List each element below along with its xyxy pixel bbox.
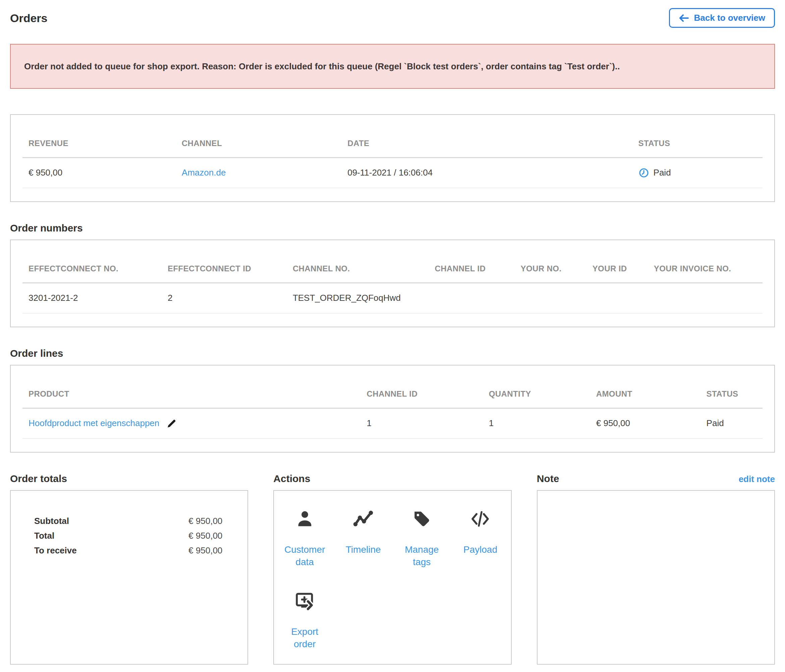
actions-column: Actions Customer data	[273, 473, 511, 665]
export-order-icon	[294, 591, 315, 611]
summary-header-row: REVENUE CHANNEL DATE STATUS	[22, 130, 763, 157]
note-content	[537, 490, 775, 665]
order-numbers-table: EFFECTCONNECT NO. EFFECTCONNECT ID CHANN…	[22, 255, 763, 313]
order-lines-header-row: PRODUCT CHANNEL ID QUANTITY AMOUNT STATU…	[22, 380, 763, 408]
section-title-actions: Actions	[273, 473, 310, 485]
col-header-channel-no: CHANNEL NO.	[287, 255, 429, 283]
your-no-value	[515, 283, 586, 313]
alert-text: Order not added to queue for shop export…	[24, 61, 620, 72]
col-header-line-channel-id: CHANNEL ID	[361, 380, 483, 408]
order-numbers-header-row: EFFECTCONNECT NO. EFFECTCONNECT ID CHANN…	[22, 255, 763, 283]
totals-row-total: Total € 950,00	[34, 528, 222, 543]
col-header-date: DATE	[341, 130, 632, 157]
section-title-note: Note	[537, 473, 559, 485]
edit-note-link[interactable]: edit note	[739, 474, 775, 484]
order-totals-column: Order totals Subtotal € 950,00 Total € 9…	[10, 473, 248, 665]
revenue-value: € 950,00	[22, 157, 176, 188]
action-export-order[interactable]: Export order	[275, 591, 334, 650]
col-header-channel: CHANNEL	[176, 130, 341, 157]
status-badge: Paid	[638, 167, 763, 178]
subtotal-value: € 950,00	[188, 513, 222, 528]
arrow-left-icon	[679, 14, 689, 22]
action-label: Timeline	[346, 543, 381, 556]
status-label: Paid	[654, 167, 671, 178]
back-to-overview-button[interactable]: Back to overview	[669, 8, 775, 28]
product-link[interactable]: Hoofdproduct met eigenschappen	[28, 418, 159, 429]
total-label: Total	[34, 528, 54, 543]
channel-id-value	[429, 283, 515, 313]
section-title-order-numbers: Order numbers	[10, 222, 775, 234]
date-value: 09-11-2021 / 16:06:04	[341, 157, 632, 188]
edit-pencil-icon[interactable]	[167, 418, 177, 429]
your-invoice-no-value	[648, 283, 763, 313]
line-status-value: Paid	[701, 408, 763, 438]
col-header-line-status: STATUS	[701, 380, 763, 408]
totals-row-subtotal: Subtotal € 950,00	[34, 513, 222, 528]
clock-icon	[638, 167, 649, 178]
action-label: Export order	[280, 625, 330, 650]
section-title-order-totals: Order totals	[10, 473, 67, 485]
timeline-icon	[352, 509, 374, 529]
col-header-your-id: YOUR ID	[586, 255, 648, 283]
order-totals-box: Subtotal € 950,00 Total € 950,00 To rece…	[10, 490, 248, 665]
col-header-amount: AMOUNT	[590, 380, 701, 408]
col-header-channel-id: CHANNEL ID	[429, 255, 515, 283]
page-title: Orders	[10, 11, 48, 25]
order-lines-card: PRODUCT CHANNEL ID QUANTITY AMOUNT STATU…	[10, 365, 775, 452]
actions-box: Customer data Timeline	[273, 490, 511, 665]
note-column: Note edit note	[537, 473, 775, 665]
action-manage-tags[interactable]: Manage tags	[392, 509, 451, 568]
col-header-quantity: QUANTITY	[483, 380, 590, 408]
action-label: Customer data	[280, 543, 330, 568]
subtotal-label: Subtotal	[34, 513, 69, 528]
col-header-effectconnect-id: EFFECTCONNECT ID	[162, 255, 287, 283]
to-receive-value: € 950,00	[188, 543, 222, 558]
topbar: Orders Back to overview	[10, 8, 775, 28]
bottom-row: Order totals Subtotal € 950,00 Total € 9…	[10, 473, 775, 665]
tag-icon	[412, 509, 432, 529]
col-header-product: PRODUCT	[22, 380, 361, 408]
to-receive-label: To receive	[34, 543, 77, 558]
code-icon	[470, 509, 490, 529]
action-customer-data[interactable]: Customer data	[275, 509, 334, 568]
order-numbers-card: EFFECTCONNECT NO. EFFECTCONNECT ID CHANN…	[10, 240, 775, 327]
table-row: 3201-2021-2 2 TEST_ORDER_ZQFoqHwd	[22, 283, 763, 313]
back-to-overview-label: Back to overview	[694, 13, 765, 23]
col-header-status: STATUS	[632, 130, 763, 157]
action-payload[interactable]: Payload	[451, 509, 510, 568]
col-header-revenue: REVENUE	[22, 130, 176, 157]
totals-row-to-receive: To receive € 950,00	[34, 543, 222, 558]
col-header-your-invoice-no: YOUR INVOICE NO.	[648, 255, 763, 283]
action-label: Payload	[463, 543, 497, 556]
effectconnect-no-value: 3201-2021-2	[22, 283, 162, 313]
action-timeline[interactable]: Timeline	[334, 509, 392, 568]
line-channel-id-value: 1	[361, 408, 483, 438]
order-lines-table: PRODUCT CHANNEL ID QUANTITY AMOUNT STATU…	[22, 380, 763, 439]
table-row: Hoofdproduct met eigenschappen 1 1 € 950…	[22, 408, 763, 438]
action-label: Manage tags	[397, 543, 447, 568]
effectconnect-id-value: 2	[162, 283, 287, 313]
order-summary-card: REVENUE CHANNEL DATE STATUS € 950,00 Ama…	[10, 114, 775, 202]
channel-link[interactable]: Amazon.de	[182, 167, 226, 178]
export-warning-alert: Order not added to queue for shop export…	[10, 44, 775, 89]
your-id-value	[586, 283, 648, 313]
section-title-order-lines: Order lines	[10, 348, 775, 359]
amount-value: € 950,00	[590, 408, 701, 438]
table-row: € 950,00 Amazon.de 09-11-2021 / 16:06:04…	[22, 157, 763, 188]
quantity-value: 1	[483, 408, 590, 438]
order-summary-table: REVENUE CHANNEL DATE STATUS € 950,00 Ama…	[22, 130, 763, 188]
channel-no-value: TEST_ORDER_ZQFoqHwd	[287, 283, 429, 313]
col-header-effectconnect-no: EFFECTCONNECT NO.	[22, 255, 162, 283]
person-icon	[295, 509, 314, 529]
total-value: € 950,00	[188, 528, 222, 543]
col-header-your-no: YOUR NO.	[515, 255, 586, 283]
